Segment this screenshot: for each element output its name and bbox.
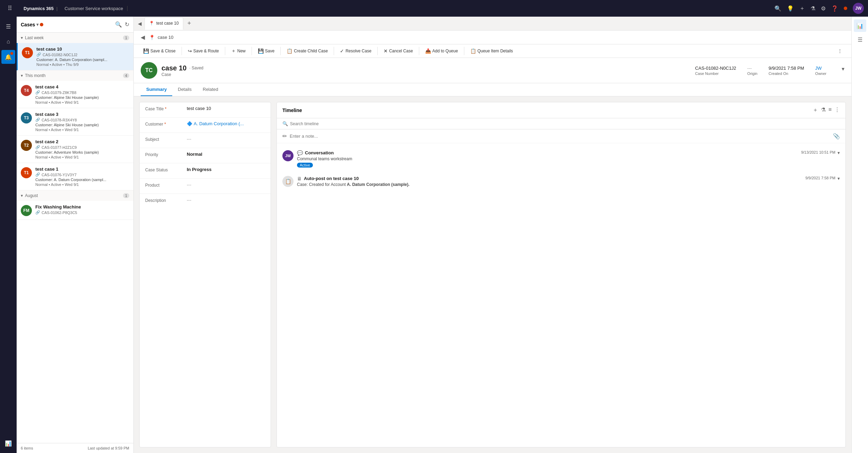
form-value-product[interactable]: --- bbox=[187, 182, 265, 187]
tab-add-button[interactable]: + bbox=[185, 20, 194, 27]
case-avatar-fm: FM bbox=[21, 205, 32, 216]
group-label-lastweek: Last week bbox=[25, 35, 44, 40]
form-value-priority[interactable]: Normal bbox=[187, 152, 265, 157]
case-info-testcase10: test case 10 🔗CAS-01082-N0C1J2 Customer:… bbox=[36, 46, 129, 67]
sidebar-home-icon[interactable]: ⌂ bbox=[1, 35, 15, 49]
case-item-fixwashing[interactable]: FM Fix Washing Machine 🔗CAS-01062-P8Q3C5 bbox=[17, 201, 133, 220]
record-saved: · Saved bbox=[189, 66, 203, 70]
queue-details-label: Queue Item Details bbox=[477, 49, 513, 53]
help-icon[interactable]: ❓ bbox=[831, 5, 838, 12]
form-row-subject: Subject --- bbox=[140, 133, 271, 148]
add-queue-button[interactable]: 📥 Add to Queue bbox=[421, 46, 462, 56]
tab-related[interactable]: Related bbox=[197, 83, 224, 96]
case-id-testcase3: 🔗CAS-01078-R3X4Y8 bbox=[35, 118, 129, 122]
form-value-subject[interactable]: --- bbox=[187, 136, 265, 142]
timeline-filter-icon[interactable]: ⚗ bbox=[821, 106, 826, 114]
sidebar-menu-icon[interactable]: ☰ bbox=[1, 19, 15, 33]
timeline-item-desc-conversation: Communal teams workstream bbox=[297, 156, 352, 161]
case-group-lastweek-header[interactable]: ▾ Last week 1 bbox=[17, 33, 133, 43]
case-meta-testcase2: Normal • Active • Wed 9/1 bbox=[35, 155, 129, 159]
case-id-testcase10: 🔗CAS-01082-N0C1J2 bbox=[36, 52, 129, 57]
new-button[interactable]: ＋ New bbox=[227, 46, 249, 56]
case-meta-testcase1: Normal • Active • Wed 9/1 bbox=[35, 182, 129, 187]
record-title-info: case 10 · Saved Case bbox=[161, 64, 691, 77]
right-sidebar-productivity-icon[interactable]: 📊 bbox=[854, 19, 866, 32]
lightbulb-icon[interactable]: 💡 bbox=[787, 5, 794, 12]
form-label-subject: Subject bbox=[145, 136, 187, 142]
tab-bar: ◀ 📍 test case 10 + bbox=[134, 17, 851, 31]
form-row-casetitle: Case Title * test case 10 bbox=[140, 102, 271, 118]
sidebar-cases-icon[interactable]: 🔔 bbox=[1, 50, 15, 64]
case-item-testcase3[interactable]: T3 test case 3 🔗CAS-01078-R3X4Y8 Custome… bbox=[17, 108, 133, 136]
form-value-description[interactable]: --- bbox=[187, 197, 265, 203]
back-nav-button[interactable]: ◀ bbox=[139, 33, 146, 42]
timeline-item-desc-autopost: Case: Created for Account A. Datum Corpo… bbox=[297, 182, 410, 187]
case-item-testcase4[interactable]: T4 test case 4 🔗CAS-01079-Z8K7B8 Custome… bbox=[17, 81, 133, 108]
timeline-item-right-autopost: 9/9/2021 7:58 PM ▾ bbox=[805, 176, 840, 181]
save-route-button[interactable]: ↪ Save & Route bbox=[184, 46, 223, 56]
form-value-casetitle[interactable]: test case 10 bbox=[187, 106, 265, 111]
record-casenumber-value: CAS-01082-N0C1J2 bbox=[695, 66, 736, 71]
timeline-search-input[interactable] bbox=[290, 121, 840, 126]
cancel-label: Cancel Case bbox=[389, 49, 413, 53]
timeline-item-right-conversation: 9/13/2021 10:51 PM ▾ bbox=[801, 150, 840, 155]
case-list-actions: 🔍 ↻ bbox=[115, 21, 129, 28]
save-button[interactable]: 💾 Save bbox=[254, 46, 278, 56]
tab-summary[interactable]: Summary bbox=[141, 83, 172, 96]
search-icon[interactable]: 🔍 bbox=[774, 5, 781, 12]
form-row-casestatus: Case Status In Progress bbox=[140, 163, 271, 179]
case-group-august-header[interactable]: ▾ August 1 bbox=[17, 190, 133, 201]
record-owner-value[interactable]: JW bbox=[815, 66, 826, 71]
case-avatar-t4: T4 bbox=[21, 85, 32, 96]
tab-details[interactable]: Details bbox=[172, 83, 197, 96]
save-close-button[interactable]: 💾 Save & Close bbox=[139, 46, 179, 56]
timeline-add-icon[interactable]: ＋ bbox=[813, 106, 818, 114]
dropdown-arrow[interactable]: ▾ bbox=[36, 22, 38, 27]
queue-details-button[interactable]: 📋 Queue Item Details bbox=[466, 46, 517, 56]
case-refresh-button[interactable]: ↻ bbox=[125, 21, 129, 28]
record-owner-label: Owner bbox=[815, 71, 826, 76]
case-record: TC case 10 · Saved Case CAS-01082-N0C1J2… bbox=[134, 58, 851, 453]
case-list-panel: Cases ▾ 🔍 ↻ ▾ Last week 1 T1 t bbox=[17, 17, 134, 453]
form-value-casestatus[interactable]: In Progress bbox=[187, 167, 265, 172]
tab-testcase10[interactable]: 📍 test case 10 bbox=[144, 17, 183, 30]
settings-icon[interactable]: ⚙ bbox=[821, 5, 826, 12]
sidebar-activity-icon[interactable]: 📊 bbox=[1, 436, 15, 450]
timeline-note-input[interactable] bbox=[290, 134, 830, 139]
case-item-testcase2[interactable]: T2 test case 2 🔗CAS-01077-H2Z1C9 Custome… bbox=[17, 136, 133, 163]
expand-icon-conversation[interactable]: ▾ bbox=[838, 150, 840, 155]
case-list-body: ▾ Last week 1 T1 test case 10 🔗CAS-01082… bbox=[17, 33, 133, 443]
content-area: ◀ 📍 test case 10 + ◀ 📍 case 10 💾 Save & … bbox=[134, 17, 851, 453]
cancel-case-button[interactable]: ✕ Cancel Case bbox=[380, 46, 417, 56]
timeline-more-icon[interactable]: ⋮ bbox=[834, 106, 840, 114]
tab-back-button[interactable]: ◀ bbox=[137, 19, 143, 28]
form-value-customer[interactable]: 🔷 A. Datum Corporation (... bbox=[187, 121, 265, 126]
cases-label[interactable]: Cases bbox=[21, 22, 35, 27]
customer-icon: 🔷 bbox=[187, 121, 192, 126]
create-child-button[interactable]: 📋 Create Child Case bbox=[283, 46, 332, 56]
case-group-thismonth-header[interactable]: ▾ This month 4 bbox=[17, 70, 133, 81]
plus-icon[interactable]: ＋ bbox=[799, 5, 805, 12]
group-label-thismonth: This month bbox=[25, 73, 45, 78]
timeline-list-icon[interactable]: ≡ bbox=[828, 106, 832, 114]
toolbar: 💾 Save & Close ↪ Save & Route ＋ New 💾 Sa… bbox=[134, 44, 851, 58]
app-grid-button[interactable]: ⠿ bbox=[4, 3, 15, 14]
expand-icon-autopost[interactable]: ▾ bbox=[838, 176, 840, 181]
form-row-description: Description --- bbox=[140, 194, 271, 229]
filter-icon[interactable]: ⚗ bbox=[810, 5, 815, 12]
case-item-testcase1[interactable]: T1 test case 1 🔗CAS-01076-Y1V3Y7 Custome… bbox=[17, 163, 133, 190]
case-info-testcase2: test case 2 🔗CAS-01077-H2Z1C9 Customer: … bbox=[35, 139, 129, 159]
case-meta-testcase3: Normal • Active • Wed 9/1 bbox=[35, 128, 129, 132]
right-sidebar-details-icon[interactable]: ☰ bbox=[854, 33, 866, 46]
user-avatar[interactable]: JW bbox=[853, 3, 864, 14]
record-expand-button[interactable]: ▾ bbox=[842, 66, 844, 72]
last-updated: Last updated at 9:59 PM bbox=[88, 446, 129, 450]
case-item-testcase10[interactable]: T1 test case 10 🔗CAS-01082-N0C1J2 Custom… bbox=[17, 43, 133, 70]
attach-icon[interactable]: 📎 bbox=[833, 133, 840, 139]
record-meta-right: CAS-01082-N0C1J2 Case Number --- Origin … bbox=[695, 66, 844, 76]
toolbar-more-button[interactable]: ⋮ bbox=[834, 46, 846, 55]
record-type: Case bbox=[161, 72, 691, 77]
case-search-button[interactable]: 🔍 bbox=[115, 21, 122, 28]
case-name-testcase10: test case 10 bbox=[36, 46, 129, 52]
resolve-button[interactable]: ✓ Resolve Case bbox=[336, 46, 375, 56]
